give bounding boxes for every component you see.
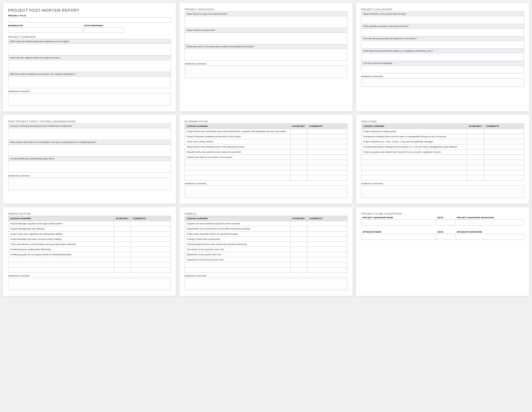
achieved-cell[interactable] (467, 134, 484, 139)
achieved-cell[interactable] (290, 257, 307, 262)
comments-cell[interactable] (307, 160, 347, 165)
comments-cell[interactable] (307, 175, 347, 181)
achieved-cell[interactable] (290, 165, 307, 170)
comments-cell[interactable] (307, 226, 347, 231)
achieved-cell[interactable] (290, 160, 307, 165)
comments-cell[interactable] (484, 165, 524, 170)
comments-box[interactable] (361, 185, 524, 198)
moderator-input[interactable] (8, 28, 83, 33)
achieved-cell[interactable] (467, 165, 484, 170)
achieved-cell[interactable] (290, 268, 307, 273)
comments-cell[interactable] (307, 155, 347, 160)
comments-cell[interactable] (307, 150, 347, 155)
comments-cell[interactable] (307, 221, 347, 226)
project-title-input[interactable] (8, 17, 171, 23)
comments-cell[interactable] (307, 231, 347, 237)
comments-cell[interactable] (131, 257, 171, 262)
sponsor-name-input[interactable] (361, 234, 436, 240)
comments-cell[interactable] (307, 129, 347, 134)
achieved-cell[interactable] (467, 129, 484, 134)
comments-cell[interactable] (131, 262, 171, 268)
comments-cell[interactable] (307, 144, 347, 150)
achieved-cell[interactable] (290, 262, 307, 268)
achieved-cell[interactable] (290, 226, 307, 231)
achieved-cell[interactable] (114, 226, 130, 231)
comments-cell[interactable] (131, 226, 171, 231)
comments-cell[interactable] (131, 252, 171, 257)
achieved-cell[interactable] (114, 237, 130, 242)
comments-cell[interactable] (131, 242, 171, 247)
comments-box[interactable] (8, 278, 171, 290)
comments-cell[interactable] (131, 221, 171, 226)
achieved-cell[interactable] (290, 175, 307, 181)
lesson-cell: Conflicting goals did not cause problems… (8, 252, 114, 257)
comments-cell[interactable] (131, 268, 171, 273)
pm-sig-input[interactable] (456, 220, 524, 225)
comments-cell[interactable] (307, 252, 347, 257)
achieved-cell[interactable] (290, 221, 307, 226)
comments-cell[interactable] (131, 237, 171, 242)
comments-cell[interactable] (131, 231, 171, 237)
comments-cell[interactable] (484, 134, 524, 139)
comments-cell[interactable] (307, 262, 347, 268)
sponsor-sig-input[interactable] (456, 234, 524, 240)
comments-cell[interactable] (307, 139, 347, 144)
achieved-cell[interactable] (290, 150, 307, 155)
achieved-cell[interactable] (114, 221, 130, 226)
table-row (185, 170, 347, 175)
achieved-cell[interactable] (290, 242, 307, 247)
achieved-cell[interactable] (114, 242, 130, 247)
comments-cell[interactable] (307, 247, 347, 252)
achieved-cell[interactable] (114, 231, 130, 237)
achieved-cell[interactable] (467, 150, 484, 155)
comments-cell[interactable] (307, 165, 347, 170)
achieved-cell[interactable] (290, 139, 307, 144)
comments-cell[interactable] (484, 175, 524, 181)
achieved-cell[interactable] (290, 237, 307, 242)
achieved-cell[interactable] (290, 155, 307, 160)
achieved-cell[interactable] (290, 170, 307, 175)
comments-cell[interactable] (307, 257, 347, 262)
achieved-cell[interactable] (467, 160, 484, 165)
comments-box[interactable] (8, 178, 171, 190)
achieved-cell[interactable] (290, 134, 307, 139)
comments-box[interactable] (8, 93, 171, 106)
comments-cell[interactable] (307, 170, 347, 175)
comments-cell[interactable] (484, 170, 524, 175)
table-row (8, 262, 171, 268)
pm-name-input[interactable] (361, 220, 436, 225)
achieved-cell[interactable] (114, 252, 130, 257)
achieved-cell[interactable] (467, 170, 484, 175)
achieved-cell[interactable] (114, 257, 130, 262)
comments-cell[interactable] (307, 134, 347, 139)
achieved-cell[interactable] (114, 268, 130, 273)
comments-box[interactable] (361, 78, 524, 87)
comments-cell[interactable] (307, 268, 347, 273)
achieved-cell[interactable] (114, 262, 130, 268)
achieved-cell[interactable] (290, 247, 307, 252)
comments-cell[interactable] (484, 150, 524, 155)
comments-cell[interactable] (484, 144, 524, 150)
pm-date-input[interactable] (436, 220, 456, 225)
achieved-cell[interactable] (467, 175, 484, 181)
comments-cell[interactable] (484, 139, 524, 144)
achieved-cell[interactable] (290, 252, 307, 257)
sponsor-date-input[interactable] (436, 234, 456, 240)
comments-cell[interactable] (484, 129, 524, 134)
achieved-cell[interactable] (467, 155, 484, 160)
achieved-cell[interactable] (467, 144, 484, 150)
comments-box[interactable] (185, 66, 347, 78)
achieved-cell[interactable] (290, 144, 307, 150)
comments-cell[interactable] (131, 247, 171, 252)
date-prepared-input[interactable] (84, 28, 124, 33)
comments-cell[interactable] (484, 160, 524, 165)
achieved-cell[interactable] (290, 231, 307, 237)
comments-box[interactable] (185, 185, 347, 198)
comments-cell[interactable] (307, 237, 347, 242)
comments-cell[interactable] (484, 155, 524, 160)
achieved-cell[interactable] (290, 129, 307, 134)
achieved-cell[interactable] (467, 139, 484, 144)
achieved-cell[interactable] (114, 247, 130, 252)
comments-box[interactable] (185, 278, 347, 290)
comments-cell[interactable] (307, 242, 347, 247)
